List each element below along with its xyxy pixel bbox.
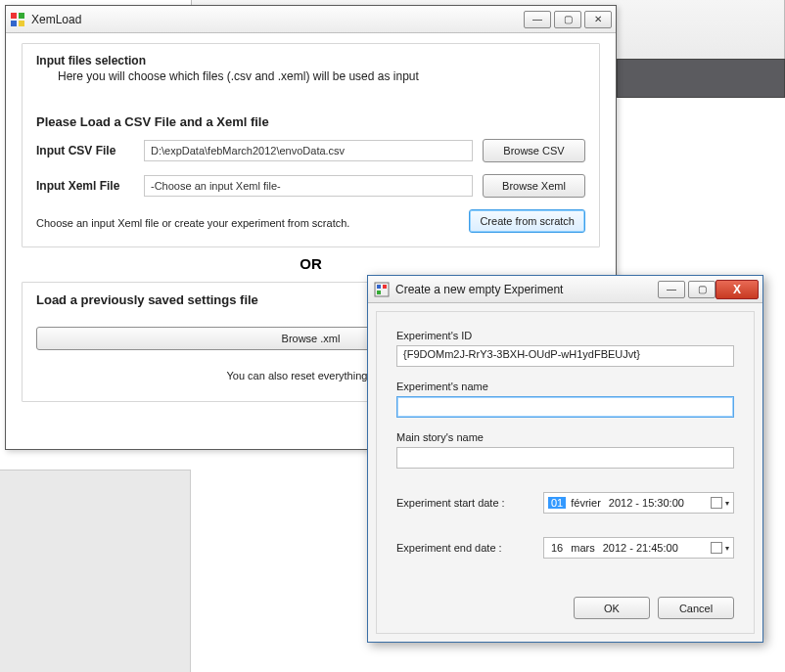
start-rest[interactable]: 2012 - 15:30:00 bbox=[606, 497, 687, 509]
xeml-hint: Choose an input Xeml file or create your… bbox=[36, 217, 469, 229]
dialog-maximize-button[interactable]: ▢ bbox=[688, 281, 716, 298]
create-from-scratch-button[interactable]: Create from scratch bbox=[469, 209, 585, 233]
maximize-button[interactable]: ▢ bbox=[554, 11, 581, 28]
dialog-titlebar[interactable]: Create a new empty Experiment — ▢ X bbox=[368, 276, 762, 303]
end-day[interactable]: 16 bbox=[548, 542, 566, 554]
xeml-path-field[interactable]: -Choose an input Xeml file- bbox=[144, 175, 473, 197]
svg-rect-5 bbox=[377, 285, 381, 289]
end-date-label: Experiment end date : bbox=[396, 542, 543, 554]
start-month[interactable]: février bbox=[568, 497, 604, 509]
dialog-app-icon bbox=[374, 282, 390, 297]
start-date-picker[interactable]: 01 février 2012 - 15:30:00 ▾ bbox=[543, 492, 734, 514]
app-icon bbox=[10, 12, 25, 27]
or-label: OR bbox=[22, 255, 600, 272]
svg-rect-2 bbox=[11, 21, 17, 26]
dialog-close-button[interactable]: X bbox=[716, 280, 759, 299]
background-side-panel bbox=[0, 470, 191, 672]
load-heading: Please Load a CSV File and a Xeml file bbox=[36, 114, 585, 129]
ok-button[interactable]: OK bbox=[574, 597, 650, 619]
calendar-icon[interactable] bbox=[711, 497, 722, 509]
minimize-button[interactable]: — bbox=[524, 11, 551, 28]
experiment-name-label: Experiment's name bbox=[396, 381, 734, 392]
csv-label: Input CSV File bbox=[36, 144, 144, 157]
window-title: XemLoad bbox=[31, 13, 521, 26]
xeml-label: Input Xeml File bbox=[36, 179, 144, 193]
svg-rect-1 bbox=[19, 13, 24, 19]
end-date-picker[interactable]: 16 mars 2012 - 21:45:00 ▾ bbox=[543, 537, 734, 559]
svg-rect-6 bbox=[383, 285, 387, 289]
start-date-label: Experiment start date : bbox=[396, 497, 543, 509]
main-story-label: Main story's name bbox=[396, 431, 734, 443]
end-month[interactable]: mars bbox=[568, 542, 597, 554]
dialog-minimize-button[interactable]: — bbox=[658, 281, 685, 298]
experiment-name-field[interactable] bbox=[396, 396, 734, 418]
svg-rect-3 bbox=[19, 21, 24, 26]
svg-rect-7 bbox=[377, 291, 381, 294]
background-dark-strip bbox=[617, 59, 785, 98]
main-story-field[interactable] bbox=[396, 447, 734, 469]
experiment-id-label: Experiment's ID bbox=[396, 330, 734, 341]
section-title: Input files selection bbox=[36, 54, 585, 67]
chevron-down-icon[interactable]: ▾ bbox=[725, 499, 729, 508]
create-experiment-dialog: Create a new empty Experiment — ▢ X Expe… bbox=[367, 275, 763, 643]
close-button[interactable]: ✕ bbox=[584, 11, 612, 28]
browse-xeml-button[interactable]: Browse Xeml bbox=[483, 174, 585, 198]
dialog-title: Create a new empty Experiment bbox=[395, 283, 655, 296]
chevron-down-icon[interactable]: ▾ bbox=[725, 544, 729, 553]
end-rest[interactable]: 2012 - 21:45:00 bbox=[600, 542, 681, 554]
cancel-button[interactable]: Cancel bbox=[658, 597, 734, 619]
browse-csv-button[interactable]: Browse CSV bbox=[483, 139, 585, 162]
experiment-id-field[interactable]: {F9DOMm2J-RrY3-3BXH-OUdP-wH1ydFBEUJvt} bbox=[396, 345, 734, 367]
section-subtitle: Here you will choose which files (.csv a… bbox=[58, 69, 585, 83]
input-files-group: Input files selection Here you will choo… bbox=[22, 43, 600, 247]
csv-path-field[interactable]: D:\expData\febMarch2012\envoData.csv bbox=[144, 140, 473, 161]
svg-rect-0 bbox=[11, 13, 17, 19]
start-day[interactable]: 01 bbox=[548, 497, 566, 509]
titlebar[interactable]: XemLoad — ▢ ✕ bbox=[6, 6, 616, 33]
calendar-icon[interactable] bbox=[711, 542, 722, 554]
